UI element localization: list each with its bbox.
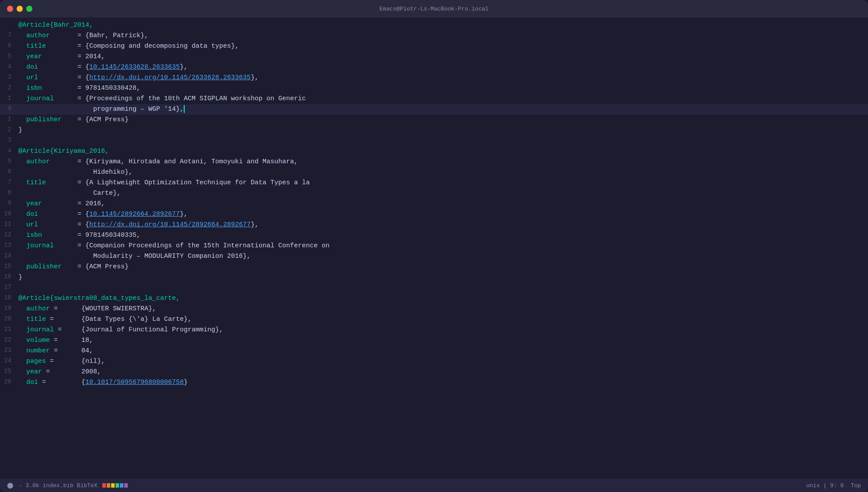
table-row: 15 publisher = {ACM Press} [0,262,868,272]
status-mode: unix | 9: 0 [806,482,844,489]
line-content: title = {Data Types {\'a} La Carte}, [18,314,861,324]
line-content: doi = {10.1145/2892664.2892677}, [18,209,861,219]
table-row: 7 title = {A Lightweight Optimization Te… [0,178,868,188]
minimize-button[interactable] [17,6,23,12]
line-number: 15 [0,262,18,271]
table-row: 2 isbn = 9781450330428, [0,83,868,94]
window-controls[interactable] [7,6,32,12]
table-row: 1 publisher = {ACM Press} [0,115,868,125]
table-row: 4 doi = {10.1145/2633628.2633635}, [0,62,868,73]
line-number: 9 [0,104,18,114]
line-content: title = {A Lightweight Optimization Tech… [18,178,861,188]
window-title: Emacs@Piotr-Ls-MacBook-Pro.local [379,6,489,12]
code-content[interactable]: @Article{Bahr_2014, 7 author = {Bahr, Pa… [0,18,868,479]
table-row: 26 doi = {10.1017/S0956796808006758} [0,377,868,388]
table-row: 9 year = 2016, [0,199,868,209]
line-number: 22 [0,335,18,345]
rainbow-indicator [102,483,128,488]
line-content: journal = {Companion Proceedings of the … [18,241,861,251]
line-content: Carte}, [18,188,861,198]
editor-area: @Article{Bahr_2014, 7 author = {Bahr, Pa… [0,18,868,479]
line-number: 14 [0,251,18,261]
status-file-info: - 3.0k index.bib BibTeX [19,482,97,489]
line-number: 19 [0,304,18,313]
line-content: programming – WGP '14}, [18,104,861,114]
line-number: 23 [0,346,18,355]
line-content: } [18,272,861,282]
table-row: 8 Carte}, [0,188,868,199]
line-content: journal = {Journal of Functional Program… [18,325,861,335]
close-button[interactable] [7,6,13,12]
table-row: 11 url = {http://dx.doi.org/10.1145/2892… [0,220,868,230]
table-row: @Article{Bahr_2014, [0,20,868,31]
line-content: doi = {10.1145/2633628.2633635}, [18,62,861,72]
line-number: 17 [0,283,18,292]
table-row: 17 [0,283,868,293]
line-number: 4 [0,146,18,156]
line-number: 10 [0,209,18,219]
table-row: 5 year = 2014, [0,52,868,62]
line-content: doi = {10.1017/S0956796808006758} [18,377,861,387]
table-row: 1 journal = {Proceedings of the 10th ACM… [0,94,868,104]
line-content: year = 2016, [18,199,861,209]
text-cursor [184,105,185,113]
table-row: 20 title = {Data Types {\'a} La Carte}, [0,314,868,325]
line-number: 2 [0,83,18,93]
line-number: 1 [0,115,18,124]
table-row: 2 } [0,125,868,136]
line-number: 18 [0,293,18,303]
line-content: title = {Composing and decomposing data … [18,41,861,51]
line-content: author = {Bahr, Patrick}, [18,31,861,41]
line-content: @Article{swierstra08_data_types_la_carte… [18,293,861,303]
table-row: 9 programming – WGP '14}, [0,104,868,115]
line-number: 16 [0,272,18,282]
line-content: pages = {nil}, [18,356,861,366]
line-number: 11 [0,220,18,229]
line-number: 3 [0,73,18,82]
line-content: publisher = {ACM Press} [18,115,861,125]
line-content: number = 04, [18,346,861,356]
table-row: 19 author = {WOUTER SWIERSTRA}, [0,304,868,314]
table-row: 18 @Article{swierstra08_data_types_la_ca… [0,293,868,304]
emacs-window: Emacs@Piotr-Ls-MacBook-Pro.local @Articl… [0,0,868,492]
table-row: 4 @Article{Kiriyama_2016, [0,146,868,157]
line-content: url = {http://dx.doi.org/10.1145/2892664… [18,220,861,230]
line-number: 25 [0,367,18,376]
title-bar: Emacs@Piotr-Ls-MacBook-Pro.local [0,0,868,18]
table-row: 12 isbn = 9781450340335, [0,230,868,241]
line-content: Modularity – MODULARITY Companion 2016}, [18,251,861,261]
table-row: 13 journal = {Companion Proceedings of t… [0,241,868,251]
table-row: 6 Hidehiko}, [0,167,868,178]
line-content: @Article{Bahr_2014, [18,20,861,30]
table-row: 7 author = {Bahr, Patrick}, [0,31,868,41]
line-number: 6 [0,41,18,51]
line-content: isbn = 9781450340335, [18,230,861,240]
line-content: publisher = {ACM Press} [18,262,861,272]
line-content: Hidehiko}, [18,167,861,177]
line-number: 5 [0,52,18,61]
line-number: 6 [0,167,18,177]
table-row: 25 year = 2008, [0,367,868,377]
line-number: 4 [0,62,18,72]
line-number: 5 [0,157,18,166]
status-right: unix | 9: 0 Top [806,482,861,489]
line-number: 7 [0,178,18,187]
line-content: author = {Kiriyama, Hirotada and Aotani,… [18,157,861,167]
table-row: 10 doi = {10.1145/2892664.2892677}, [0,209,868,220]
table-row: 23 number = 04, [0,346,868,356]
table-row: 3 [0,136,868,146]
status-bar: ⬤ - 3.0k index.bib BibTeX unix | 9: 0 To… [0,479,868,492]
table-row: 24 pages = {nil}, [0,356,868,367]
line-number: 7 [0,31,18,40]
line-number: 12 [0,230,18,240]
maximize-button[interactable] [26,6,32,12]
table-row: 14 Modularity – MODULARITY Companion 201… [0,251,868,262]
line-content: isbn = 9781450330428, [18,83,861,93]
line-content: } [18,125,861,135]
status-scroll: Top [851,482,861,489]
line-number: 13 [0,241,18,250]
line-number: 8 [0,188,18,198]
line-number: 1 [0,94,18,103]
line-number: 2 [0,125,18,135]
table-row: 6 title = {Composing and decomposing dat… [0,41,868,52]
